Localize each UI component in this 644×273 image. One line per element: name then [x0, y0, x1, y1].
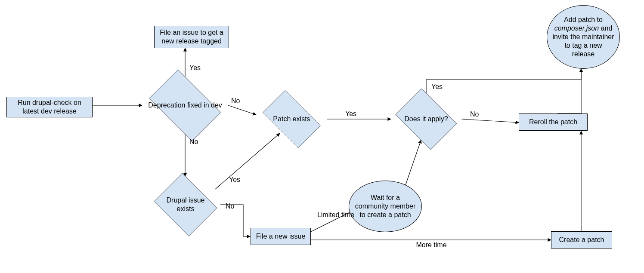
edge-label-no: No [189, 138, 199, 146]
node-file-issue-release: File an issue to get a new release tagge… [154, 26, 229, 48]
node-reroll-patch: Reroll the patch [519, 113, 588, 131]
node-text: File a new issue [256, 232, 306, 241]
node-deprecation-fixed: Deprecation fixed in dev [142, 77, 228, 134]
node-text: Wait for a community member to create a … [354, 193, 416, 219]
edge-label-no: No [230, 97, 241, 105]
node-text: Reroll the patch [529, 118, 577, 126]
node-does-apply: Does it apply? [391, 93, 461, 145]
flowchart-canvas: Run drupal-check on latest dev release F… [0, 0, 644, 273]
edge-label-yes: Yes [430, 83, 443, 91]
node-text: Run drupal-check on latest dev release [11, 98, 88, 116]
node-create-patch: Create a patch [551, 231, 612, 248]
node-add-patch-composer: Add patch to composer.json and invite th… [547, 5, 620, 69]
node-run-drupal-check: Run drupal-check on latest dev release [6, 97, 93, 117]
node-text: File an issue to get a new release tagge… [159, 28, 224, 46]
node-wait-community: Wait for a community member to create a … [349, 181, 422, 232]
edge-label-more-time: More time [411, 241, 452, 249]
edge-label-limited-time: Limited time [313, 211, 358, 219]
node-patch-exists: Patch exists [256, 97, 327, 141]
node-text: Does it apply? [404, 115, 448, 123]
node-text: Patch exists [273, 115, 310, 123]
edge-label-yes: Yes [189, 64, 201, 72]
node-file-new-issue: File a new issue [251, 228, 311, 245]
node-text: Add patch to composer.json and invite th… [552, 15, 614, 58]
edge-label-yes: Yes [228, 175, 241, 184]
node-text: Create a patch [559, 236, 604, 244]
node-text: Drupal issue exists [157, 196, 214, 213]
edge-label-yes: Yes [344, 110, 357, 118]
node-text: Deprecation fixed in dev [148, 101, 222, 110]
edge-label-no: No [225, 202, 235, 210]
node-drupal-issue-exists: Drupal issue exists [151, 176, 220, 233]
edge-label-no: No [469, 110, 480, 118]
